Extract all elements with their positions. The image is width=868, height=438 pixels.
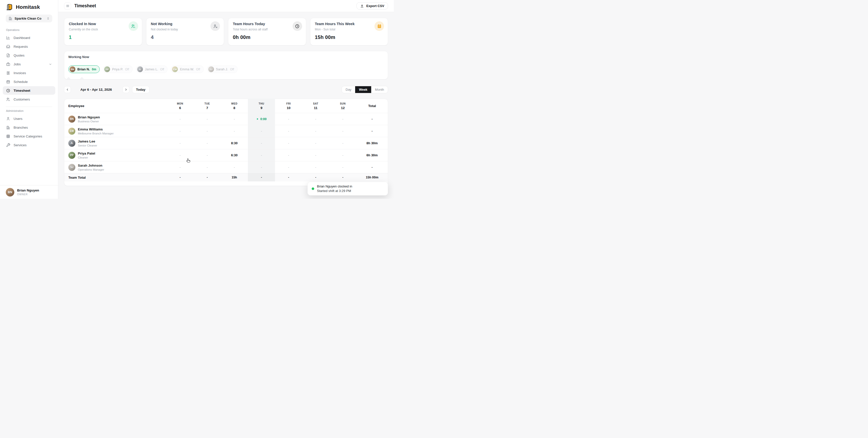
sidebar-item-customers[interactable]: Customers bbox=[3, 95, 55, 104]
timesheet-cell[interactable]: - bbox=[302, 125, 329, 137]
sidebar-item-users[interactable]: Users bbox=[3, 114, 55, 123]
sidebar-item-service-categories[interactable]: Service Categories bbox=[3, 132, 55, 141]
timesheet-cell[interactable]: - bbox=[194, 113, 221, 125]
view-month-button[interactable]: Month bbox=[371, 86, 388, 93]
avatar: BN bbox=[69, 66, 75, 72]
timesheet-cell[interactable]: - bbox=[194, 125, 221, 137]
prev-week-button[interactable] bbox=[64, 86, 71, 93]
view-week-button[interactable]: Week bbox=[355, 86, 371, 93]
timesheet-cell[interactable]: - bbox=[248, 125, 275, 137]
working-chip-brian[interactable]: BNBrian N.0m bbox=[68, 65, 100, 73]
employee-cell[interactable]: EWEmma WilliamsMelbourne Branch Manager bbox=[64, 125, 166, 137]
toast-notification: Brian Nguyen clocked in Started shift at… bbox=[307, 182, 388, 196]
employee-cell[interactable]: JLJames LeeSenior Cleaner bbox=[64, 137, 166, 149]
sidebar-item-requests[interactable]: Requests bbox=[3, 42, 55, 51]
stat-card-team-hours-this-week: Team Hours This WeekMon - Sun total15h 0… bbox=[310, 18, 388, 46]
timesheet-cell[interactable]: - bbox=[275, 161, 302, 173]
employee-cell[interactable]: BNBrian NguyenBusiness Owner bbox=[64, 113, 166, 125]
today-button[interactable]: Today bbox=[132, 86, 149, 93]
timesheet-cell[interactable]: - bbox=[166, 149, 194, 161]
day-column-header: SUN12 bbox=[329, 99, 356, 113]
timesheet-cell[interactable]: - bbox=[166, 137, 194, 149]
sidebar-item-quotes[interactable]: Quotes bbox=[3, 51, 55, 60]
stat-title: Clocked In Now bbox=[69, 22, 137, 26]
sidebar-item-label: Services bbox=[13, 143, 27, 147]
sidebar-section-label: Administration bbox=[0, 107, 58, 114]
stat-subtitle: Total hours across all staff bbox=[233, 28, 301, 31]
timesheet-cell[interactable]: - bbox=[275, 137, 302, 149]
team-total-sum-cell: 15h 00m bbox=[356, 173, 388, 181]
stat-value: 15h 00m bbox=[315, 34, 383, 40]
timesheet-cell[interactable]: 8:30 bbox=[221, 137, 248, 149]
cell-value: - bbox=[207, 129, 208, 133]
content: Clocked In NowCurrently on the clock1Not… bbox=[58, 12, 394, 186]
cell-value: - bbox=[207, 166, 208, 169]
sidebar-item-label: Service Categories bbox=[13, 135, 42, 138]
user-profile[interactable]: BN Brian Nguyen OWNER bbox=[0, 185, 58, 199]
employee-role: Business Owner bbox=[78, 120, 100, 123]
export-csv-button[interactable]: Export CSV bbox=[356, 2, 388, 9]
stat-subtitle: Not clocked in today bbox=[151, 28, 219, 31]
stat-title: Not Working bbox=[151, 22, 219, 26]
view-day-button[interactable]: Day bbox=[342, 86, 355, 93]
employee-cell[interactable]: SJSarah JohnsonOperations Manager bbox=[64, 161, 166, 173]
timesheet-cell[interactable]: - bbox=[302, 137, 329, 149]
timesheet-cell[interactable]: - bbox=[329, 161, 356, 173]
working-chip-priya[interactable]: PPPriya P.Off bbox=[103, 65, 133, 73]
running-timer: 0:00 bbox=[256, 117, 267, 121]
timesheet-cell[interactable]: - bbox=[329, 149, 356, 161]
company-selector[interactable]: Sparkle Clean Co bbox=[6, 14, 52, 22]
export-csv-label: Export CSV bbox=[366, 4, 384, 8]
sidebar-item-label: Users bbox=[13, 117, 22, 121]
view-switcher: DayWeekMonth bbox=[342, 86, 388, 93]
chip-name: Brian N. bbox=[78, 67, 90, 71]
timesheet-cell[interactable]: - bbox=[275, 149, 302, 161]
app-logo: Homitask bbox=[0, 0, 58, 11]
timesheet-cell[interactable]: - bbox=[166, 113, 194, 125]
timesheet-cell[interactable]: - bbox=[302, 113, 329, 125]
timesheet-cell[interactable]: - bbox=[302, 149, 329, 161]
row-total-value: - bbox=[371, 165, 372, 169]
timesheet-cell[interactable]: - bbox=[194, 137, 221, 149]
timesheet-cell[interactable]: - bbox=[248, 149, 275, 161]
timesheet-cell[interactable]: - bbox=[166, 125, 194, 137]
avatar: SJ bbox=[208, 66, 214, 72]
timesheet-cell[interactable]: - bbox=[275, 125, 302, 137]
working-chip-james[interactable]: JLJames L.Off bbox=[136, 65, 168, 73]
next-week-button[interactable] bbox=[123, 86, 129, 93]
timesheet-cell[interactable]: - bbox=[248, 137, 275, 149]
sidebar-item-services[interactable]: Services bbox=[3, 141, 55, 149]
sidebar-toggle-button[interactable] bbox=[64, 2, 71, 9]
customers-icon bbox=[6, 97, 10, 101]
timesheet-cell[interactable]: - bbox=[275, 113, 302, 125]
timesheet-cell[interactable]: - bbox=[194, 149, 221, 161]
sidebar-item-jobs[interactable]: Jobs bbox=[3, 60, 55, 68]
cell-value: 8:30 bbox=[231, 141, 238, 145]
timesheet-cell[interactable]: 0:00 bbox=[248, 113, 275, 125]
team-total-cell: - bbox=[329, 173, 356, 181]
working-chip-sarah[interactable]: SJSarah J.Off bbox=[207, 65, 238, 73]
timesheet-cell[interactable]: - bbox=[166, 161, 194, 173]
sidebar-item-invoices[interactable]: Invoices bbox=[3, 68, 55, 77]
sidebar-item-timesheet[interactable]: Timesheet bbox=[3, 86, 55, 95]
timesheet-cell[interactable]: - bbox=[221, 113, 248, 125]
timesheet-cell[interactable]: - bbox=[329, 125, 356, 137]
timesheet-cell[interactable]: 6:30 bbox=[221, 149, 248, 161]
timesheet-cell[interactable]: - bbox=[302, 161, 329, 173]
timesheet-cell[interactable]: - bbox=[329, 137, 356, 149]
timesheet-cell[interactable]: - bbox=[329, 113, 356, 125]
employee-info: Priya PatelCleaner bbox=[78, 151, 95, 159]
sidebar-item-branches[interactable]: Branches bbox=[3, 123, 55, 132]
sidebar-item-schedule[interactable]: Schedule bbox=[3, 78, 55, 86]
timesheet-cell[interactable]: - bbox=[194, 161, 221, 173]
stat-value: 0h 00m bbox=[233, 34, 301, 40]
timesheet-cell[interactable]: - bbox=[221, 161, 248, 173]
employee-cell[interactable]: PPPriya PatelCleaner bbox=[64, 149, 166, 161]
team-total-cell: - bbox=[166, 173, 194, 181]
working-chip-emma[interactable]: EWEmma W.Off bbox=[171, 65, 204, 73]
sidebar-item-dashboard[interactable]: Dashboard bbox=[3, 33, 55, 42]
timesheet-cell[interactable]: - bbox=[248, 161, 275, 173]
sidebar-item-label: Invoices bbox=[13, 71, 26, 75]
timesheet-cell[interactable]: - bbox=[221, 125, 248, 137]
company-name: Sparkle Clean Co bbox=[14, 17, 44, 20]
